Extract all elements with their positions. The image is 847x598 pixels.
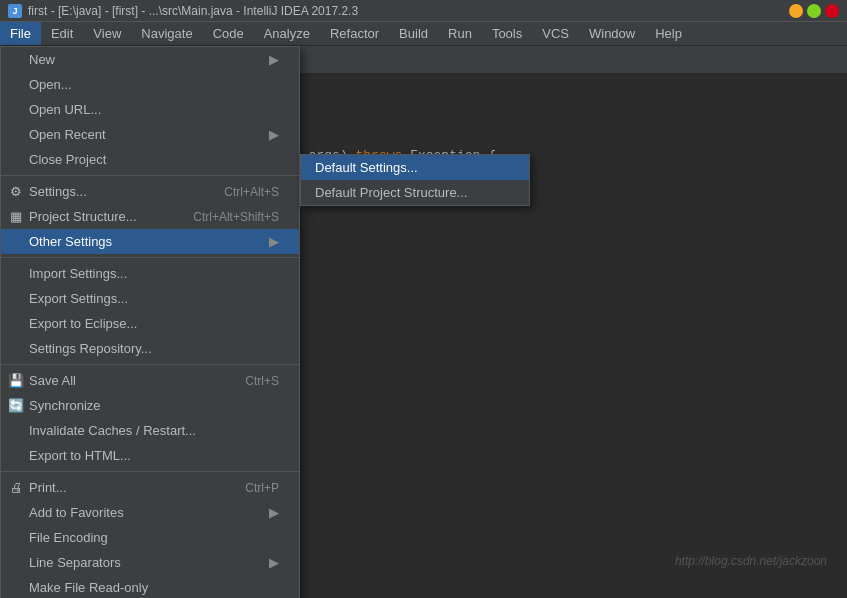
menu-item-close-project[interactable]: Close Project (1, 147, 299, 172)
menu-item-synchronize[interactable]: 🔄 Synchronize (1, 393, 299, 418)
project-structure-shortcut: Ctrl+Alt+Shift+S (193, 210, 279, 224)
menu-code[interactable]: Code (203, 22, 254, 45)
separator-3 (1, 364, 299, 365)
menu-tools[interactable]: Tools (482, 22, 532, 45)
menu-item-file-encoding[interactable]: File Encoding (1, 525, 299, 550)
arrow-icon: ▶ (269, 52, 279, 67)
arrow-icon-recent: ▶ (269, 127, 279, 142)
app-icon: J (8, 4, 22, 18)
file-menu-dropdown: New ▶ Open... Open URL... Open Recent ▶ … (0, 46, 300, 598)
print-icon: 🖨 (9, 481, 23, 495)
menu-navigate[interactable]: Navigate (131, 22, 202, 45)
menu-run[interactable]: Run (438, 22, 482, 45)
menu-vcs[interactable]: VCS (532, 22, 579, 45)
menu-item-import-settings[interactable]: Import Settings... (1, 261, 299, 286)
submenu-default-project-structure[interactable]: Default Project Structure... (301, 180, 529, 205)
menu-item-invalidate-caches[interactable]: Invalidate Caches / Restart... (1, 418, 299, 443)
arrow-icon-favorites: ▶ (269, 505, 279, 520)
settings-shortcut: Ctrl+Alt+S (224, 185, 279, 199)
menu-item-export-settings[interactable]: Export Settings... (1, 286, 299, 311)
menu-item-export-html[interactable]: Export to HTML... (1, 443, 299, 468)
arrow-icon-line-sep: ▶ (269, 555, 279, 570)
menu-item-export-eclipse[interactable]: Export to Eclipse... (1, 311, 299, 336)
menu-refactor[interactable]: Refactor (320, 22, 389, 45)
save-icon: 💾 (9, 374, 23, 388)
default-project-structure-label: Default Project Structure... (315, 185, 467, 200)
menu-item-print[interactable]: 🖨 Print... Ctrl+P (1, 475, 299, 500)
menu-analyze[interactable]: Analyze (254, 22, 320, 45)
menu-item-make-read-only[interactable]: Make File Read-only (1, 575, 299, 598)
separator-2 (1, 257, 299, 258)
menu-bar: File Edit View Navigate Code Analyze Ref… (0, 22, 847, 46)
arrow-icon-other: ▶ (269, 234, 279, 249)
menu-window[interactable]: Window (579, 22, 645, 45)
menu-item-open[interactable]: Open... (1, 72, 299, 97)
menu-item-new[interactable]: New ▶ (1, 47, 299, 72)
settings-icon: ⚙ (9, 185, 23, 199)
menu-item-settings[interactable]: ⚙ Settings... Ctrl+Alt+S (1, 179, 299, 204)
menu-build[interactable]: Build (389, 22, 438, 45)
menu-item-save-all[interactable]: 💾 Save All Ctrl+S (1, 368, 299, 393)
print-shortcut: Ctrl+P (245, 481, 279, 495)
separator-4 (1, 471, 299, 472)
menu-item-project-structure[interactable]: ▦ Project Structure... Ctrl+Alt+Shift+S (1, 204, 299, 229)
title-bar-text: first - [E:\java] - [first] - ...\src\Ma… (28, 4, 358, 18)
menu-file[interactable]: File (0, 22, 41, 45)
separator-1 (1, 175, 299, 176)
menu-item-open-url[interactable]: Open URL... (1, 97, 299, 122)
project-structure-icon: ▦ (9, 210, 23, 224)
default-settings-label: Default Settings... (315, 160, 418, 175)
maximize-button[interactable] (807, 4, 821, 18)
menu-item-other-settings[interactable]: Other Settings ▶ (1, 229, 299, 254)
watermark: http://blog.csdn.net/jackzoon (675, 554, 827, 568)
submenu-default-settings[interactable]: Default Settings... (301, 155, 529, 180)
menu-item-line-separators[interactable]: Line Separators ▶ (1, 550, 299, 575)
menu-edit[interactable]: Edit (41, 22, 83, 45)
menu-item-add-favorites[interactable]: Add to Favorites ▶ (1, 500, 299, 525)
menu-item-settings-repository[interactable]: Settings Repository... (1, 336, 299, 361)
other-settings-submenu: Default Settings... Default Project Stru… (300, 154, 530, 206)
save-all-shortcut: Ctrl+S (245, 374, 279, 388)
title-bar: J first - [E:\java] - [first] - ...\src\… (0, 0, 847, 22)
sync-icon: 🔄 (9, 399, 23, 413)
menu-item-open-recent[interactable]: Open Recent ▶ (1, 122, 299, 147)
content-area: J Main.java × C Hello.java × thor fdfd c… (0, 46, 847, 598)
window-controls (789, 4, 839, 18)
menu-view[interactable]: View (83, 22, 131, 45)
close-button[interactable] (825, 4, 839, 18)
minimize-button[interactable] (789, 4, 803, 18)
menu-help[interactable]: Help (645, 22, 692, 45)
